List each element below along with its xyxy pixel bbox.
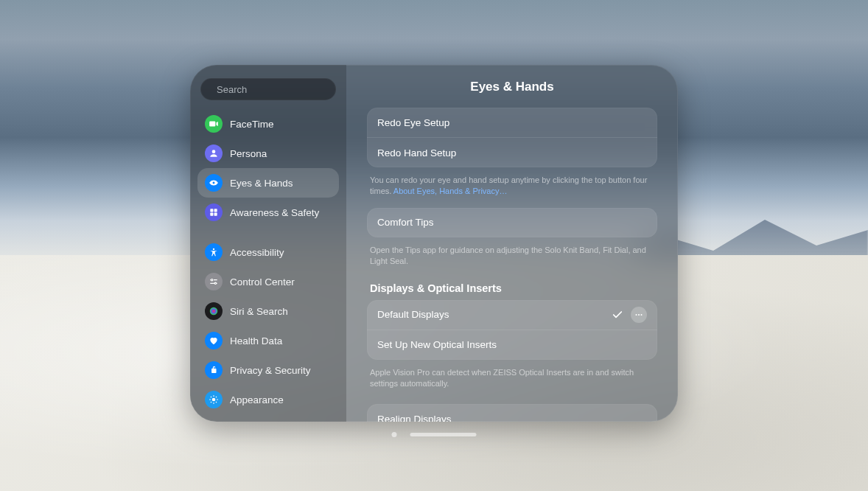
siri-icon [205,302,223,320]
sidebar-item-label: Privacy & Security [230,365,311,376]
search-input[interactable] [215,83,342,96]
comfort-footer: Open the Tips app for guidance on adjust… [367,243,657,278]
sidebar-item-label: FaceTime [230,119,274,130]
svg-point-25 [641,314,643,316]
svg-point-24 [638,314,640,316]
svg-point-0 [212,150,216,153]
sidebar-item-label: Persona [230,148,267,159]
default-displays-row[interactable]: Default Displays [367,300,657,330]
displays-footer: Apple Vision Pro can detect when ZEISS O… [367,366,657,400]
sidebar-item-awareness-safety[interactable]: Awareness & Safety [197,198,339,227]
sidebar-item-label: Control Center [230,276,295,288]
svg-point-10 [214,282,216,284]
checkmark-icon [612,309,623,321]
row-label: Realign Displays [377,414,452,422]
svg-rect-4 [210,213,213,216]
sidebar-item-siri-search[interactable]: Siri & Search [197,296,339,326]
comfort-tips-row[interactable]: Comfort Tips [367,208,657,237]
svg-line-19 [211,397,211,397]
sidebar-item-label: Awareness & Safety [230,207,319,218]
pager-handle[interactable] [410,433,477,436]
sidebar-nav: FaceTimePersonaEyes & HandsAwareness & S… [197,109,339,414]
window-pager[interactable] [392,432,477,437]
sidebar-item-accessibility[interactable]: Accessibility [197,237,339,267]
displays-group: Default Displays Set Up New Optical Inse… [367,300,657,360]
svg-line-20 [216,402,217,403]
realign-displays-row[interactable]: Realign Displays [367,404,657,422]
page-title: Eyes & Hands [367,80,657,94]
persona-icon [205,144,223,162]
comfort-group: Comfort Tips [367,208,657,237]
control-center-icon [205,273,223,290]
redo-eye-setup-row[interactable]: Redo Eye Setup [367,108,657,137]
settings-window: FaceTimePersonaEyes & HandsAwareness & S… [190,65,678,422]
sidebar-item-health-data[interactable]: Health Data [197,326,339,355]
sidebar-item-label: Appearance [230,394,284,405]
setup-optical-inserts-row[interactable]: Set Up New Optical Inserts [367,330,657,360]
sidebar-item-label: Health Data [230,335,282,347]
row-label: Default Displays [377,309,449,320]
appearance-icon [205,391,223,408]
sidebar-item-privacy-security[interactable]: Privacy & Security [197,355,339,385]
svg-rect-5 [214,213,217,216]
health-icon [205,332,223,349]
displays-section-header: Displays & Optical Inserts [370,282,654,294]
accessibility-icon [205,243,223,261]
sidebar-item-persona[interactable]: Persona [197,139,339,168]
row-label: Redo Hand Setup [377,147,456,159]
svg-point-13 [210,307,218,316]
eye-hand-icon [205,174,223,192]
eyes-hands-privacy-link[interactable]: About Eyes, Hands & Privacy… [393,187,508,195]
svg-point-1 [213,182,215,184]
sidebar-item-label: Accessibility [230,247,284,258]
video-icon [205,115,223,133]
row-label: Comfort Tips [377,217,434,228]
row-label: Redo Eye Setup [377,117,449,128]
svg-line-22 [211,402,211,403]
sidebar-item-facetime[interactable]: FaceTime [197,109,339,139]
sidebar-item-eyes-hands[interactable]: Eyes & Hands [197,168,339,198]
svg-point-23 [636,314,637,316]
sidebar-item-label: Siri & Search [230,306,288,317]
sidebar-item-control-center[interactable]: Control Center [197,267,339,296]
awareness-icon [205,203,223,221]
redo-hand-setup-row[interactable]: Redo Hand Setup [367,137,657,167]
privacy-icon [205,361,223,379]
settings-sidebar: FaceTimePersonaEyes & HandsAwareness & S… [190,65,346,422]
settings-content: Eyes & Hands Redo Eye Setup Redo Hand Se… [346,65,678,422]
svg-point-14 [212,398,216,402]
sidebar-item-appearance[interactable]: Appearance [197,385,339,414]
realign-group: Realign Displays [367,404,657,422]
sidebar-item-label: Eyes & Hands [230,178,293,189]
pager-dot[interactable] [392,432,397,437]
svg-point-6 [213,248,214,250]
ellipsis-icon [634,310,643,319]
svg-point-7 [211,279,213,281]
svg-rect-2 [210,209,213,212]
search-field[interactable] [200,78,336,100]
row-label: Set Up New Optical Inserts [377,339,497,350]
more-options-button[interactable] [631,307,647,323]
setup-footer: You can redo your eye and hand setup any… [367,173,657,208]
svg-rect-3 [214,209,217,212]
setup-group: Redo Eye Setup Redo Hand Setup [367,108,657,167]
svg-line-21 [216,397,217,397]
